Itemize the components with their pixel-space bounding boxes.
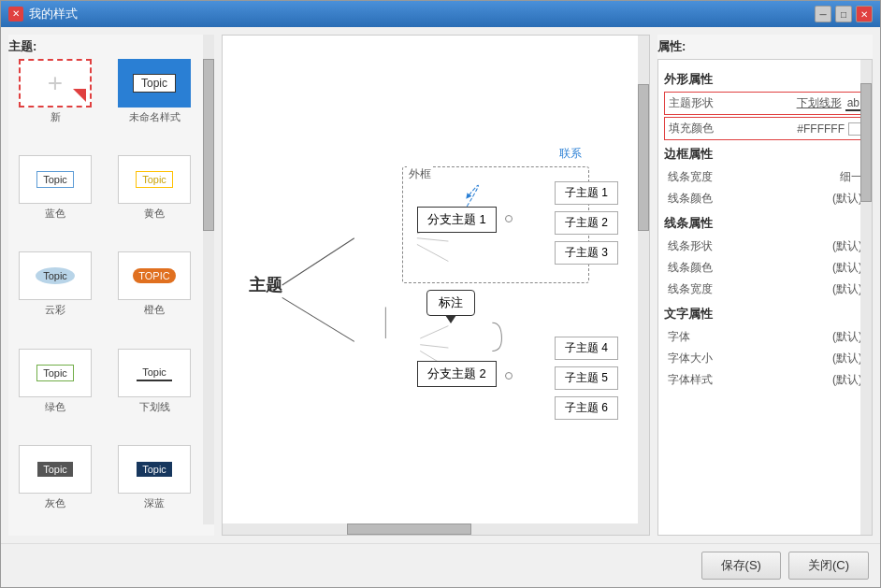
properties-container: 外形属性 主题形状 下划线形 ab 填充颜色 #FFFFFF 边框 xyxy=(657,59,873,536)
style-label-underline: 下划线 xyxy=(139,400,170,414)
prop-row-font: 字体 (默认) xyxy=(664,326,866,348)
style-item-gray[interactable]: Topic 灰色 xyxy=(8,445,102,536)
prop-value-topic-shape: 下划线形 xyxy=(797,95,842,111)
center-scrollbar-h-thumb[interactable] xyxy=(347,523,471,535)
close-button[interactable]: 关闭(C) xyxy=(788,552,869,580)
prop-value-line-width2: (默认) xyxy=(832,281,862,297)
style-item-yellow[interactable]: Topic 黄色 xyxy=(108,155,201,246)
center-scrollbar-v[interactable] xyxy=(638,36,649,523)
topic-gray: Topic xyxy=(37,462,73,477)
prop-label-line-width: 线条宽度 xyxy=(668,169,713,185)
left-scrollbar-thumb[interactable] xyxy=(203,59,214,230)
topic-blue: Topic xyxy=(36,171,74,188)
prop-label-fill-color: 填充颜色 xyxy=(669,121,714,136)
prop-label-topic-shape: 主题形状 xyxy=(669,95,714,111)
topic-green: Topic xyxy=(36,365,74,381)
topic-orange: TOPIC xyxy=(133,268,175,283)
prop-value-font: (默认) xyxy=(832,329,862,345)
style-label-darkblue: 深蓝 xyxy=(144,496,165,510)
style-item-unnamed[interactable]: Topic 未命名样式 xyxy=(108,59,201,150)
close-window-button[interactable]: ✕ xyxy=(856,6,873,22)
branch1-box: 分支主题 1 xyxy=(417,207,497,233)
outer-frame-label: 外框 xyxy=(407,166,433,182)
topic-darkblue: Topic xyxy=(137,462,172,477)
svg-line-1 xyxy=(282,297,354,341)
note-label: 标注 xyxy=(439,295,463,309)
style-preview-orange[interactable]: TOPIC xyxy=(118,251,191,300)
topic-cloud: Topic xyxy=(36,267,75,284)
topic-preview-unnamed: Topic xyxy=(133,74,176,93)
sub5-box: 子主题 5 xyxy=(555,366,618,390)
main-window: ✕ 我的样式 ─ □ ✕ 主题: + 新 xyxy=(0,0,881,588)
left-scrollbar[interactable] xyxy=(203,35,214,524)
prop-row-font-size: 字体大小 (默认) xyxy=(664,348,866,369)
note-box: 标注 xyxy=(426,290,475,316)
style-preview-darkblue[interactable]: Topic xyxy=(118,445,191,494)
style-item-cloud[interactable]: Topic 云彩 xyxy=(8,251,102,342)
style-item-green[interactable]: Topic 绿色 xyxy=(8,349,102,439)
titlebar: ✕ 我的样式 ─ □ ✕ xyxy=(1,1,880,27)
prop-value-border-color: (默认) xyxy=(832,191,862,207)
prop-label-font-size: 字体大小 xyxy=(668,351,713,366)
scrollbar-corner xyxy=(638,523,649,535)
prop-row-fill-color: 填充颜色 #FFFFFF xyxy=(664,117,866,140)
style-preview-blue[interactable]: Topic xyxy=(19,155,92,204)
prop-row-border-color: 线条颜色 (默认) xyxy=(664,188,866,209)
prop-row-line-shape: 线条形状 (默认) xyxy=(664,236,866,257)
sub3-box: 子主题 3 xyxy=(555,241,618,265)
save-button[interactable]: 保存(S) xyxy=(701,552,781,580)
style-label-cloud: 云彩 xyxy=(45,303,65,317)
group-title-text: 文字属性 xyxy=(664,306,866,323)
svg-line-0 xyxy=(282,238,354,285)
mind-map-svg xyxy=(223,36,649,535)
plus-icon: + xyxy=(48,70,63,96)
sub1-box: 子主题 1 xyxy=(555,181,618,205)
left-panel: 主题: + 新 Topic 未命名样式 xyxy=(8,35,214,536)
group-title-shape: 外形属性 xyxy=(664,71,866,88)
style-label-new: 新 xyxy=(51,110,61,124)
svg-line-5 xyxy=(420,326,448,338)
app-icon: ✕ xyxy=(8,7,23,22)
color-swatch-fill[interactable] xyxy=(848,122,861,136)
style-label-orange: 橙色 xyxy=(144,303,165,317)
style-preview-cloud[interactable]: Topic xyxy=(19,251,92,300)
prop-value-line-color: (默认) xyxy=(832,260,862,276)
arrow-icon xyxy=(73,89,86,102)
topic-yellow: Topic xyxy=(136,171,173,188)
style-preview-gray[interactable]: Topic xyxy=(19,445,92,494)
style-preview-underline[interactable]: Topic xyxy=(118,349,191,397)
center-scrollbar-v-thumb[interactable] xyxy=(638,84,649,231)
branch1-circle xyxy=(505,215,513,222)
prop-value-font-size: (默认) xyxy=(832,351,862,366)
sub2-box: 子主题 2 xyxy=(555,211,618,235)
prop-label-font-style: 字体样式 xyxy=(668,372,713,388)
maximize-button[interactable]: □ xyxy=(835,6,852,22)
prop-value-fill-color: #FFFFFF xyxy=(797,122,845,136)
bottom-bar: 保存(S) 关闭(C) xyxy=(1,543,880,587)
sub6-box: 子主题 6 xyxy=(555,396,618,420)
props-scrollbar-thumb[interactable] xyxy=(860,83,872,202)
prop-row-line-width: 线条宽度 细一 xyxy=(664,166,866,188)
center-scrollbar-h[interactable] xyxy=(223,523,638,535)
window-controls: ─ □ ✕ xyxy=(815,6,873,22)
main-content: 主题: + 新 Topic 未命名样式 xyxy=(1,27,880,543)
ab-badge: ab xyxy=(845,96,861,111)
prop-value-line-width: 细一 xyxy=(840,169,862,185)
prop-value-font-style: (默认) xyxy=(832,372,862,388)
props-scrollbar[interactable] xyxy=(860,60,872,535)
style-item-underline[interactable]: Topic 下划线 xyxy=(108,349,201,439)
prop-label-font: 字体 xyxy=(668,329,690,345)
style-item-blue[interactable]: Topic 蓝色 xyxy=(8,155,102,246)
style-preview-unnamed[interactable]: Topic xyxy=(118,59,191,108)
style-item-new[interactable]: + 新 xyxy=(8,59,102,150)
style-preview-yellow[interactable]: Topic xyxy=(118,155,191,204)
svg-line-6 xyxy=(420,345,448,348)
prop-value-line-shape: (默认) xyxy=(832,238,862,254)
minimize-button[interactable]: ─ xyxy=(815,6,831,22)
style-item-darkblue[interactable]: Topic 深蓝 xyxy=(108,445,201,536)
prop-row-font-style: 字体样式 (默认) xyxy=(664,369,866,391)
style-preview-new[interactable]: + xyxy=(19,59,92,108)
styles-grid: + 新 Topic 未命名样式 Topic 蓝色 xyxy=(8,59,214,536)
style-item-orange[interactable]: TOPIC 橙色 xyxy=(108,251,201,342)
style-preview-green[interactable]: Topic xyxy=(19,349,92,397)
